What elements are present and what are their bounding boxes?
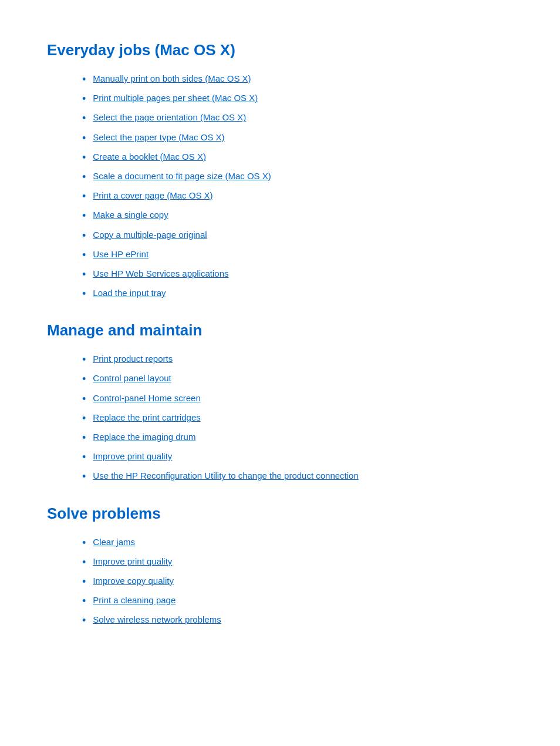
list-item: •Replace the imaging drum <box>82 428 513 448</box>
link-item[interactable]: Copy a multiple-page original <box>93 228 207 242</box>
bullet-icon: • <box>82 92 86 106</box>
link-item[interactable]: Improve copy quality <box>93 574 174 588</box>
link-item[interactable]: Improve print quality <box>93 555 172 569</box>
bullet-icon: • <box>82 111 86 126</box>
list-item: •Solve wireless network problems <box>82 611 513 630</box>
bullet-icon: • <box>82 131 86 146</box>
section-title-everyday-jobs: Everyday jobs (Mac OS X) <box>47 41 513 59</box>
bullet-icon: • <box>82 431 86 445</box>
list-item: •Copy a multiple-page original <box>82 226 513 246</box>
bullet-icon: • <box>82 150 86 165</box>
list-item: •Select the paper type (Mac OS X) <box>82 129 513 148</box>
list-item: •Improve copy quality <box>82 572 513 592</box>
page-wrapper: Everyday jobs (Mac OS X)•Manually print … <box>47 41 513 746</box>
list-item: •Replace the print cartridges <box>82 409 513 428</box>
list-item: •Control panel layout <box>82 369 513 389</box>
link-item[interactable]: Control-panel Home screen <box>93 392 200 405</box>
bullet-icon: • <box>82 72 86 87</box>
section-title-solve-problems: Solve problems <box>47 505 513 523</box>
list-item: •Use HP ePrint <box>82 246 513 265</box>
bullet-icon: • <box>82 352 86 367</box>
link-list-solve-problems: •Clear jams•Improve print quality•Improv… <box>82 533 513 631</box>
list-item: •Print a cover page (Mac OS X) <box>82 187 513 206</box>
bullet-icon: • <box>82 372 86 387</box>
bullet-icon: • <box>82 287 86 301</box>
link-list-manage-maintain: •Print product reports•Control panel lay… <box>82 350 513 486</box>
bullet-icon: • <box>82 536 86 550</box>
list-item: •Manually print on both sides (Mac OS X) <box>82 70 513 89</box>
link-item[interactable]: Make a single copy <box>93 209 168 222</box>
link-item[interactable]: Select the page orientation (Mac OS X) <box>93 111 246 125</box>
link-item[interactable]: Use HP ePrint <box>93 248 149 261</box>
link-item[interactable]: Manually print on both sides (Mac OS X) <box>93 72 251 86</box>
list-item: •Create a booklet (Mac OS X) <box>82 148 513 167</box>
bullet-icon: • <box>82 248 86 263</box>
bullet-icon: • <box>82 411 86 426</box>
bullet-icon: • <box>82 555 86 570</box>
list-item: •Print multiple pages per sheet (Mac OS … <box>82 89 513 109</box>
bullet-icon: • <box>82 267 86 282</box>
list-item: •Print a cleaning page <box>82 592 513 611</box>
bullet-icon: • <box>82 469 86 484</box>
list-item: •Improve print quality <box>82 448 513 467</box>
link-item[interactable]: Select the paper type (Mac OS X) <box>93 131 224 145</box>
link-item[interactable]: Create a booklet (Mac OS X) <box>93 150 206 164</box>
bullet-icon: • <box>82 594 86 609</box>
section-everyday-jobs: Everyday jobs (Mac OS X)•Manually print … <box>47 41 513 304</box>
link-item[interactable]: Use the HP Reconfiguration Utility to ch… <box>93 469 359 483</box>
link-item[interactable]: Clear jams <box>93 536 135 549</box>
list-item: •Scale a document to fit page size (Mac … <box>82 167 513 187</box>
bullet-icon: • <box>82 574 86 589</box>
section-manage-maintain: Manage and maintain•Print product report… <box>47 321 513 486</box>
link-item[interactable]: Print a cover page (Mac OS X) <box>93 189 212 203</box>
link-item[interactable]: Control panel layout <box>93 372 171 385</box>
bullet-icon: • <box>82 613 86 628</box>
section-solve-problems: Solve problems•Clear jams•Improve print … <box>47 505 513 631</box>
list-item: •Select the page orientation (Mac OS X) <box>82 109 513 128</box>
bullet-icon: • <box>82 392 86 406</box>
section-title-manage-maintain: Manage and maintain <box>47 321 513 340</box>
list-item: •Control-panel Home screen <box>82 389 513 409</box>
link-item[interactable]: Print a cleaning page <box>93 594 176 607</box>
list-item: •Improve print quality <box>82 553 513 572</box>
link-item[interactable]: Print product reports <box>93 352 173 366</box>
link-item[interactable]: Use HP Web Services applications <box>93 267 228 281</box>
link-list-everyday-jobs: •Manually print on both sides (Mac OS X)… <box>82 70 513 304</box>
list-item: •Print product reports <box>82 350 513 369</box>
bullet-icon: • <box>82 228 86 243</box>
list-item: •Use the HP Reconfiguration Utility to c… <box>82 467 513 486</box>
bullet-icon: • <box>82 170 86 184</box>
link-item[interactable]: Load the input tray <box>93 287 166 300</box>
bullet-icon: • <box>82 189 86 204</box>
list-item: •Load the input tray <box>82 284 513 304</box>
bullet-icon: • <box>82 450 86 465</box>
sections-container: Everyday jobs (Mac OS X)•Manually print … <box>47 41 513 631</box>
list-item: •Use HP Web Services applications <box>82 265 513 284</box>
link-item[interactable]: Solve wireless network problems <box>93 613 221 627</box>
link-item[interactable]: Print multiple pages per sheet (Mac OS X… <box>93 92 258 105</box>
list-item: •Clear jams <box>82 533 513 553</box>
bullet-icon: • <box>82 209 86 223</box>
link-item[interactable]: Scale a document to fit page size (Mac O… <box>93 170 271 183</box>
link-item[interactable]: Replace the imaging drum <box>93 431 195 444</box>
link-item[interactable]: Replace the print cartridges <box>93 411 200 425</box>
list-item: •Make a single copy <box>82 206 513 226</box>
link-item[interactable]: Improve print quality <box>93 450 172 463</box>
